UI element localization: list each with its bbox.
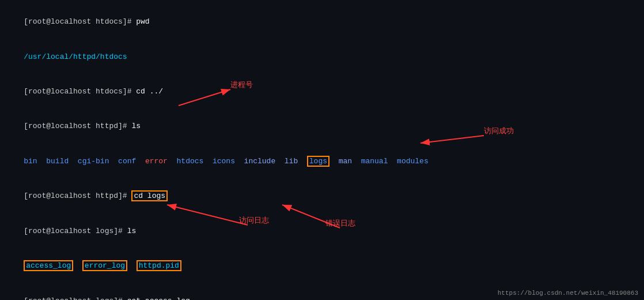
httpd-pid-box: httpd.pid — [137, 260, 181, 271]
prompt-1: [root@localhost htdocs]# — [24, 17, 136, 26]
terminal: [root@localhost htdocs]# pwd /usr/local/… — [0, 0, 644, 300]
line-7: [root@localhost logs]# ls — [6, 214, 638, 249]
line-6: [root@localhost httpd]# cd logs — [6, 179, 638, 213]
line-1: [root@localhost htdocs]# pwd — [6, 5, 638, 39]
access-log-box: access_log — [24, 260, 73, 271]
annotation-access-log: 访问日志 — [239, 215, 269, 226]
annotation-process: 进程号 — [230, 80, 253, 90]
logs-box: logs — [307, 156, 329, 167]
annotation-error-log: 错误日志 — [325, 218, 355, 228]
line-5-ls: bin build cgi-bin conf error htdocs icon… — [6, 144, 638, 179]
line-4: [root@localhost httpd]# ls — [6, 109, 638, 144]
annotation-access-success: 访问成功 — [484, 126, 514, 136]
url-credit: https://blog.csdn.net/weixin_48190863 — [498, 290, 638, 297]
cd-logs-box: cd logs — [131, 190, 168, 201]
error-log-box: error_log — [82, 260, 127, 271]
line-3: [root@localhost htdocs]# cd ../ — [6, 74, 638, 109]
line-2: /usr/local/httpd/htdocs — [6, 39, 638, 74]
line-8-ls2: access_log error_log httpd.pid — [6, 249, 638, 283]
